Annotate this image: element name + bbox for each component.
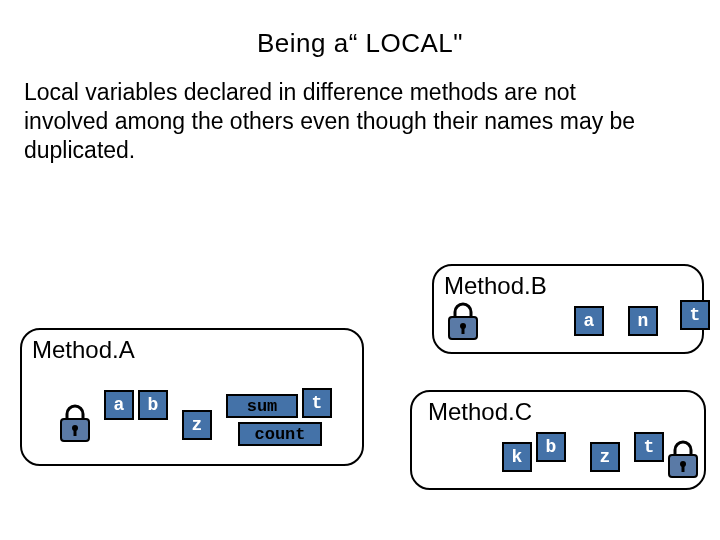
method-c-title: Method.C — [428, 398, 694, 426]
var-t: t — [634, 432, 664, 462]
page-title: Being a“ LOCAL" — [0, 0, 720, 59]
method-c-box: Method.C k b z t — [410, 390, 706, 490]
var-t: t — [302, 388, 332, 418]
var-z: z — [182, 410, 212, 440]
svg-rect-5 — [462, 327, 465, 334]
svg-rect-2 — [74, 429, 77, 436]
svg-rect-8 — [682, 465, 685, 472]
method-b-title: Method.B — [444, 272, 692, 300]
var-sum: sum — [226, 394, 298, 418]
var-count: count — [238, 422, 322, 446]
var-n: n — [628, 306, 658, 336]
lock-icon — [446, 302, 480, 340]
var-t: t — [680, 300, 710, 330]
var-k: k — [502, 442, 532, 472]
var-a: a — [104, 390, 134, 420]
intro-text: Local variables declared in difference m… — [24, 78, 644, 164]
var-b: b — [138, 390, 168, 420]
lock-icon — [666, 440, 700, 478]
var-b: b — [536, 432, 566, 462]
method-a-box: Method.A a b z sum t count — [20, 328, 364, 466]
var-z: z — [590, 442, 620, 472]
method-b-box: Method.B a n t — [432, 264, 704, 354]
var-a: a — [574, 306, 604, 336]
lock-icon — [58, 404, 92, 442]
method-a-title: Method.A — [32, 336, 352, 364]
